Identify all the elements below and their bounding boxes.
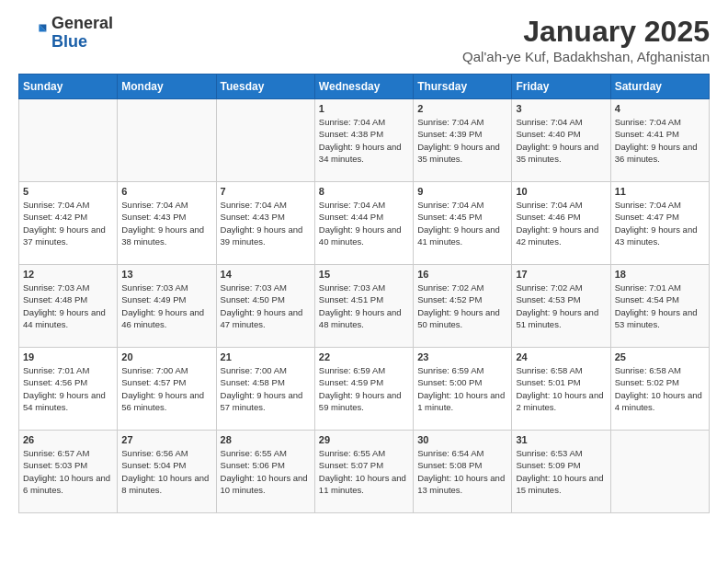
- calendar-cell: 2Sunrise: 7:04 AM Sunset: 4:39 PM Daylig…: [414, 99, 512, 182]
- day-info: Sunrise: 6:54 AM Sunset: 5:08 PM Dayligh…: [417, 447, 507, 496]
- calendar-cell: [19, 99, 118, 182]
- calendar-cell: [118, 99, 216, 182]
- day-number: 6: [121, 186, 211, 197]
- calendar-cell: 6Sunrise: 7:04 AM Sunset: 4:43 PM Daylig…: [118, 182, 216, 265]
- day-number: 30: [417, 434, 507, 445]
- day-number: 17: [516, 269, 606, 280]
- day-number: 7: [221, 186, 311, 197]
- day-info: Sunrise: 7:04 AM Sunset: 4:43 PM Dayligh…: [221, 199, 311, 247]
- calendar-cell: 29Sunrise: 6:55 AM Sunset: 5:07 PM Dayli…: [314, 431, 413, 513]
- calendar-cell: [216, 99, 314, 182]
- day-info: Sunrise: 7:04 AM Sunset: 4:41 PM Dayligh…: [615, 116, 705, 165]
- day-number: 31: [516, 434, 606, 445]
- day-info: Sunrise: 6:55 AM Sunset: 5:07 PM Dayligh…: [319, 447, 409, 496]
- day-number: 11: [615, 186, 705, 197]
- day-number: 12: [23, 269, 113, 280]
- day-number: 19: [23, 351, 113, 362]
- weekday-header: Saturday: [610, 75, 709, 99]
- day-info: Sunrise: 7:03 AM Sunset: 4:49 PM Dayligh…: [121, 282, 211, 330]
- day-number: 27: [121, 434, 211, 445]
- calendar-cell: 4Sunrise: 7:04 AM Sunset: 4:41 PM Daylig…: [610, 99, 709, 182]
- day-number: 14: [221, 269, 311, 280]
- calendar-cell: 25Sunrise: 6:58 AM Sunset: 5:02 PM Dayli…: [610, 348, 709, 431]
- calendar-cell: 30Sunrise: 6:54 AM Sunset: 5:08 PM Dayli…: [414, 431, 512, 513]
- day-number: 13: [121, 269, 211, 280]
- page-header: General Blue January 2025 Qal'ah-ye Kuf,…: [18, 15, 710, 64]
- calendar-cell: 12Sunrise: 7:03 AM Sunset: 4:48 PM Dayli…: [19, 265, 118, 348]
- calendar-cell: 21Sunrise: 7:00 AM Sunset: 4:58 PM Dayli…: [216, 348, 314, 431]
- calendar-cell: 3Sunrise: 7:04 AM Sunset: 4:40 PM Daylig…: [512, 99, 610, 182]
- day-info: Sunrise: 7:03 AM Sunset: 4:51 PM Dayligh…: [319, 282, 409, 330]
- calendar-week-row: 5Sunrise: 7:04 AM Sunset: 4:42 PM Daylig…: [19, 182, 710, 265]
- calendar-cell: 28Sunrise: 6:55 AM Sunset: 5:06 PM Dayli…: [216, 431, 314, 513]
- calendar-cell: 14Sunrise: 7:03 AM Sunset: 4:50 PM Dayli…: [216, 265, 314, 348]
- weekday-header: Thursday: [414, 75, 512, 99]
- calendar-week-row: 12Sunrise: 7:03 AM Sunset: 4:48 PM Dayli…: [19, 265, 710, 348]
- day-info: Sunrise: 7:04 AM Sunset: 4:44 PM Dayligh…: [319, 199, 409, 247]
- calendar-week-row: 1Sunrise: 7:04 AM Sunset: 4:38 PM Daylig…: [19, 99, 710, 182]
- day-info: Sunrise: 6:59 AM Sunset: 4:59 PM Dayligh…: [319, 364, 409, 413]
- day-number: 29: [319, 434, 409, 445]
- day-info: Sunrise: 7:04 AM Sunset: 4:45 PM Dayligh…: [417, 199, 507, 247]
- calendar-cell: 11Sunrise: 7:04 AM Sunset: 4:47 PM Dayli…: [610, 182, 709, 265]
- calendar-cell: 23Sunrise: 6:59 AM Sunset: 5:00 PM Dayli…: [414, 348, 512, 431]
- header-row: SundayMondayTuesdayWednesdayThursdayFrid…: [19, 75, 710, 99]
- day-info: Sunrise: 6:58 AM Sunset: 5:02 PM Dayligh…: [615, 364, 705, 413]
- main-title: January 2025: [462, 15, 710, 49]
- day-number: 1: [319, 103, 409, 114]
- day-number: 16: [417, 269, 507, 280]
- logo-general: General: [51, 15, 113, 33]
- calendar-cell: 5Sunrise: 7:04 AM Sunset: 4:42 PM Daylig…: [19, 182, 118, 265]
- day-number: 8: [319, 186, 409, 197]
- day-info: Sunrise: 6:55 AM Sunset: 5:06 PM Dayligh…: [221, 447, 311, 496]
- day-info: Sunrise: 7:00 AM Sunset: 4:57 PM Dayligh…: [121, 364, 211, 413]
- day-number: 21: [221, 351, 311, 362]
- title-block: January 2025 Qal'ah-ye Kuf, Badakhshan, …: [462, 15, 710, 64]
- calendar-cell: [610, 431, 709, 513]
- logo-text: General Blue: [51, 15, 113, 52]
- day-info: Sunrise: 7:02 AM Sunset: 4:53 PM Dayligh…: [516, 282, 606, 330]
- day-info: Sunrise: 7:04 AM Sunset: 4:38 PM Dayligh…: [319, 116, 409, 165]
- weekday-header: Sunday: [19, 75, 118, 99]
- calendar-week-row: 26Sunrise: 6:57 AM Sunset: 5:03 PM Dayli…: [19, 431, 710, 513]
- calendar-header: SundayMondayTuesdayWednesdayThursdayFrid…: [19, 75, 710, 99]
- day-number: 26: [23, 434, 113, 445]
- calendar-cell: 10Sunrise: 7:04 AM Sunset: 4:46 PM Dayli…: [512, 182, 610, 265]
- calendar-cell: 18Sunrise: 7:01 AM Sunset: 4:54 PM Dayli…: [610, 265, 709, 348]
- calendar-cell: 27Sunrise: 6:56 AM Sunset: 5:04 PM Dayli…: [118, 431, 216, 513]
- day-info: Sunrise: 7:04 AM Sunset: 4:42 PM Dayligh…: [23, 199, 113, 247]
- logo: General Blue: [18, 15, 113, 52]
- calendar-cell: 15Sunrise: 7:03 AM Sunset: 4:51 PM Dayli…: [314, 265, 413, 348]
- logo-blue: Blue: [51, 33, 113, 52]
- weekday-header: Friday: [512, 75, 610, 99]
- calendar-cell: 9Sunrise: 7:04 AM Sunset: 4:45 PM Daylig…: [414, 182, 512, 265]
- calendar-cell: 31Sunrise: 6:53 AM Sunset: 5:09 PM Dayli…: [512, 431, 610, 513]
- day-number: 22: [319, 351, 409, 362]
- day-info: Sunrise: 6:58 AM Sunset: 5:01 PM Dayligh…: [516, 364, 606, 413]
- day-number: 15: [319, 269, 409, 280]
- calendar-cell: 1Sunrise: 7:04 AM Sunset: 4:38 PM Daylig…: [314, 99, 413, 182]
- day-info: Sunrise: 7:04 AM Sunset: 4:39 PM Dayligh…: [417, 116, 507, 165]
- day-info: Sunrise: 6:59 AM Sunset: 5:00 PM Dayligh…: [417, 364, 507, 413]
- day-number: 9: [417, 186, 507, 197]
- calendar-table: SundayMondayTuesdayWednesdayThursdayFrid…: [18, 74, 710, 513]
- day-info: Sunrise: 7:04 AM Sunset: 4:46 PM Dayligh…: [516, 199, 606, 247]
- day-info: Sunrise: 7:01 AM Sunset: 4:56 PM Dayligh…: [23, 364, 113, 413]
- day-info: Sunrise: 7:00 AM Sunset: 4:58 PM Dayligh…: [221, 364, 311, 413]
- day-number: 25: [615, 351, 705, 362]
- day-info: Sunrise: 7:03 AM Sunset: 4:50 PM Dayligh…: [221, 282, 311, 330]
- day-number: 4: [615, 103, 705, 114]
- day-info: Sunrise: 7:03 AM Sunset: 4:48 PM Dayligh…: [23, 282, 113, 330]
- day-number: 18: [615, 269, 705, 280]
- day-info: Sunrise: 7:04 AM Sunset: 4:47 PM Dayligh…: [615, 199, 705, 247]
- day-info: Sunrise: 6:57 AM Sunset: 5:03 PM Dayligh…: [23, 447, 113, 496]
- calendar-cell: 22Sunrise: 6:59 AM Sunset: 4:59 PM Dayli…: [314, 348, 413, 431]
- day-info: Sunrise: 6:53 AM Sunset: 5:09 PM Dayligh…: [516, 447, 606, 496]
- calendar-cell: 24Sunrise: 6:58 AM Sunset: 5:01 PM Dayli…: [512, 348, 610, 431]
- calendar-week-row: 19Sunrise: 7:01 AM Sunset: 4:56 PM Dayli…: [19, 348, 710, 431]
- day-info: Sunrise: 6:56 AM Sunset: 5:04 PM Dayligh…: [121, 447, 211, 496]
- day-number: 23: [417, 351, 507, 362]
- calendar-cell: 7Sunrise: 7:04 AM Sunset: 4:43 PM Daylig…: [216, 182, 314, 265]
- logo-icon: [18, 18, 48, 48]
- calendar-cell: 8Sunrise: 7:04 AM Sunset: 4:44 PM Daylig…: [314, 182, 413, 265]
